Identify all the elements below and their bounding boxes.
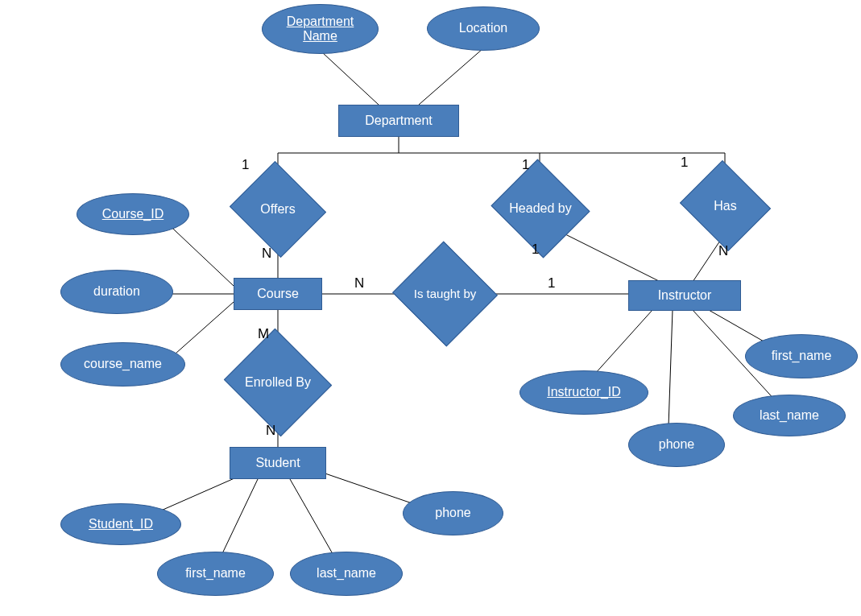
rel-offers-label: Offers [242, 177, 314, 242]
card-enrolled-student: N [266, 423, 275, 439]
attr-instructor-last-name-label: last_name [760, 408, 819, 423]
rel-has-label: Has [691, 176, 760, 236]
attr-student-phone-label: phone [435, 506, 471, 520]
attr-instructor-first-name-label: first_name [772, 349, 832, 363]
card-has-instr: N [718, 243, 728, 259]
attr-course-id-label: Course_ID [102, 207, 164, 221]
rel-offers: Offers [242, 177, 314, 242]
svg-line-8 [564, 234, 660, 282]
attr-student-last-name: last_name [290, 552, 403, 596]
rel-enrolled-by: Enrolled By [238, 346, 318, 419]
attr-course-name-label: course_name [84, 357, 162, 371]
attr-department-name: Department Name [262, 4, 379, 54]
attr-student-id: Student_ID [60, 503, 181, 545]
card-dept-headed: 1 [522, 157, 529, 173]
rel-headed-by: Headed by [503, 176, 577, 242]
attr-location: Location [427, 6, 540, 51]
rel-has: Has [691, 176, 760, 236]
card-course-enrolled: M [258, 326, 269, 342]
attr-student-id-label: Student_ID [89, 517, 153, 531]
attr-instructor-phone: phone [628, 423, 725, 467]
attr-duration-label: duration [93, 284, 140, 299]
rel-headed-by-label: Headed by [503, 176, 577, 242]
entity-course-label: Course [257, 287, 299, 301]
entity-course: Course [234, 278, 322, 310]
attr-student-first-name-label: first_name [185, 566, 246, 581]
attr-instructor-id: Instructor_ID [519, 370, 648, 415]
attr-instructor-phone-label: phone [659, 437, 695, 452]
entity-student: Student [230, 447, 326, 479]
card-taught-instr: 1 [548, 275, 555, 291]
attr-location-label: Location [459, 21, 508, 35]
entity-instructor: Instructor [628, 280, 741, 311]
attr-student-last-name-label: last_name [317, 566, 376, 581]
card-dept-has: 1 [681, 155, 688, 171]
attr-duration: duration [60, 270, 173, 314]
attr-department-name-label: Department Name [269, 14, 371, 44]
attr-instructor-first-name: first_name [745, 334, 858, 378]
rel-enrolled-by-label: Enrolled By [238, 346, 318, 419]
card-offers-course: N [262, 246, 271, 262]
card-dept-offers: 1 [242, 157, 249, 173]
svg-line-23 [290, 479, 338, 564]
rel-is-taught-by: Is taught by [407, 258, 483, 330]
svg-line-1 [419, 48, 483, 105]
entity-department-label: Department [365, 114, 433, 128]
svg-line-22 [217, 479, 258, 564]
attr-instructor-last-name: last_name [733, 395, 846, 436]
entity-department: Department [338, 105, 459, 137]
attr-course-name: course_name [60, 342, 185, 387]
entity-student-label: Student [255, 456, 300, 470]
attr-instructor-id-label: Instructor_ID [547, 385, 621, 399]
card-course-taught: N [354, 275, 364, 291]
entity-instructor-label: Instructor [658, 288, 712, 303]
attr-student-phone: phone [403, 491, 503, 535]
svg-line-0 [322, 52, 379, 105]
er-diagram: Department Name Location Department Offe… [0, 0, 861, 616]
attr-student-first-name: first_name [157, 552, 274, 596]
attr-course-id: Course_ID [77, 193, 189, 235]
svg-line-18 [669, 310, 673, 427]
card-headed-instr: 1 [532, 242, 539, 258]
rel-is-taught-by-label: Is taught by [407, 258, 483, 330]
